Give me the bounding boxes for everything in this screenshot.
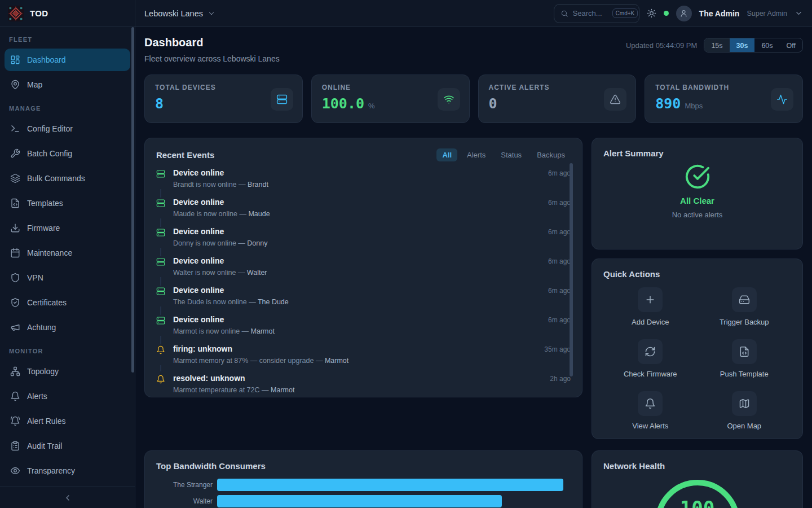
bar: [217, 479, 563, 491]
event-time: 2h ago: [550, 374, 571, 395]
event-row[interactable]: firing: unknown Marmot memory at 87% — c…: [156, 344, 571, 365]
event-row[interactable]: Device online Walter is now online — Wal…: [156, 256, 571, 277]
sidebar-collapse-button[interactable]: [0, 487, 135, 508]
sidebar-item-transparency[interactable]: Transparency: [5, 459, 130, 482]
event-time: 6m ago: [548, 256, 571, 277]
org-switcher[interactable]: Lebowski Lanes: [144, 9, 215, 18]
check-circle-icon: [685, 164, 710, 190]
page-title: Dashboard: [144, 36, 280, 49]
main-content: Dashboard Fleet overview across Lebowski…: [135, 27, 812, 508]
view-alerts-button[interactable]: View Alerts: [603, 391, 698, 430]
bar-label: Walter: [156, 497, 217, 505]
avatar[interactable]: [676, 6, 692, 21]
server-icon: [156, 168, 165, 189]
bell-ring-icon: [10, 416, 20, 426]
event-row[interactable]: Device online The Dude is now online — T…: [156, 286, 571, 306]
event-title: resolved: unknown: [173, 374, 542, 383]
open-map-button[interactable]: Open Map: [698, 391, 792, 430]
search-shortcut-badge: Cmd+K: [612, 8, 638, 18]
event-detail: The Dude is now online — The Dude: [173, 298, 540, 306]
event-detail: Brandt is now online — Brandt: [173, 181, 540, 189]
event-detail: Marmot memory at 87% — consider upgrade …: [173, 357, 536, 365]
quick-action-label: Trigger Backup: [720, 318, 769, 326]
sidebar-item-achtung[interactable]: Achtung: [5, 316, 130, 339]
bell-icon: [156, 374, 165, 395]
sidebar-item-label: Alert Rules: [27, 417, 65, 426]
sidebar-item-alerts[interactable]: Alerts: [5, 385, 130, 408]
user-menu-chevron-icon[interactable]: [795, 9, 803, 17]
event-detail: Maude is now online — Maude: [173, 210, 540, 218]
server-icon: [156, 198, 165, 218]
activity-icon: [771, 88, 793, 111]
sidebar-item-firmware[interactable]: Firmware: [5, 217, 130, 239]
sidebar-section-manage: MANAGE: [5, 105, 130, 112]
interval-off-button[interactable]: Off: [780, 38, 802, 52]
plus-icon: [638, 287, 663, 312]
map-pin-icon: [10, 80, 20, 90]
quick-action-label: Push Template: [720, 370, 769, 378]
add-device-button[interactable]: Add Device: [603, 287, 698, 326]
chevron-left-icon: [63, 493, 72, 502]
file-code-icon: [10, 198, 20, 208]
trigger-backup-button[interactable]: Trigger Backup: [698, 287, 792, 326]
bar-label: The Stranger: [156, 481, 217, 489]
updated-timestamp: Updated 05:44:09 PM: [626, 41, 697, 50]
bandwidth-bars: The Stranger Walter: [156, 479, 571, 507]
event-row[interactable]: resolved: unknown Marmot temperature at …: [156, 374, 571, 395]
server-icon: [271, 88, 293, 111]
page-subtitle: Fleet overview across Lebowski Lanes: [144, 54, 280, 63]
event-title: Device online: [173, 315, 540, 325]
stat-cards-row: TOTAL DEVICES 8 ONLINE 100.0 % ACTIVE AL…: [144, 75, 803, 123]
sidebar-item-map[interactable]: Map: [5, 73, 130, 96]
interval-30s-button[interactable]: 30s: [730, 38, 755, 52]
tab-backups[interactable]: Backups: [531, 148, 571, 161]
events-scrollbar[interactable]: [570, 163, 573, 376]
sidebar-item-vpn[interactable]: VPN: [5, 266, 130, 289]
server-icon: [156, 315, 165, 336]
sidebar-item-label: Batch Config: [27, 149, 72, 158]
sidebar-scrollbar[interactable]: [131, 27, 134, 373]
stat-value: 100.0: [322, 95, 364, 112]
tab-all[interactable]: All: [436, 148, 457, 161]
alert-triangle-icon: [604, 88, 626, 111]
tab-alerts[interactable]: Alerts: [461, 148, 491, 161]
sidebar-item-certificates[interactable]: Certificates: [5, 291, 130, 314]
event-row[interactable]: Device online Donny is now online — Donn…: [156, 227, 571, 248]
sidebar-item-bulk-commands[interactable]: Bulk Commands: [5, 167, 130, 190]
stat-suffix: Mbps: [685, 102, 703, 110]
event-title: firing: unknown: [173, 344, 536, 354]
sidebar-item-maintenance[interactable]: Maintenance: [5, 242, 130, 264]
search-input-wrap[interactable]: Cmd+K: [554, 4, 639, 23]
shield-check-icon: [10, 297, 20, 308]
sidebar-item-dashboard[interactable]: Dashboard: [5, 49, 130, 71]
event-row[interactable]: Device online Marmot is now online — Mar…: [156, 315, 571, 336]
interval-60s-button[interactable]: 60s: [754, 38, 779, 52]
quick-action-label: Add Device: [632, 318, 669, 326]
connection-status-dot: [664, 11, 669, 16]
sidebar-item-alert-rules[interactable]: Alert Rules: [5, 410, 130, 432]
sidebar-item-config-editor[interactable]: Config Editor: [5, 117, 130, 140]
event-row[interactable]: Device online Maude is now online — Maud…: [156, 198, 571, 218]
interval-15s-button[interactable]: 15s: [704, 38, 729, 52]
sidebar-item-audit-trail[interactable]: Audit Trail: [5, 435, 130, 457]
server-icon: [156, 256, 165, 277]
sidebar-item-topology[interactable]: Topology: [5, 360, 130, 383]
sidebar-item-batch-config[interactable]: Batch Config: [5, 142, 130, 165]
search-input[interactable]: [573, 9, 608, 17]
hard-drive-icon: [732, 287, 757, 312]
sidebar-item-templates[interactable]: Templates: [5, 192, 130, 214]
theme-toggle-button[interactable]: [647, 8, 656, 18]
event-detail: Walter is now online — Walter: [173, 269, 540, 277]
sidebar-item-label: Certificates: [27, 298, 67, 307]
sidebar-item-label: Bulk Commands: [27, 174, 85, 183]
check-firmware-button[interactable]: Check Firmware: [603, 339, 698, 378]
megaphone-icon: [10, 322, 20, 332]
quick-action-label: Check Firmware: [624, 370, 677, 378]
calendar-icon: [10, 248, 20, 258]
user-name: The Admin: [699, 9, 740, 18]
event-row[interactable]: Device online Brandt is now online — Bra…: [156, 168, 571, 189]
tab-status[interactable]: Status: [495, 148, 527, 161]
health-ring-value: 100: [680, 485, 714, 508]
topbar: TOD Lebowski Lanes Cmd+K The Admin Super…: [0, 0, 812, 27]
push-template-button[interactable]: Push Template: [698, 339, 792, 378]
